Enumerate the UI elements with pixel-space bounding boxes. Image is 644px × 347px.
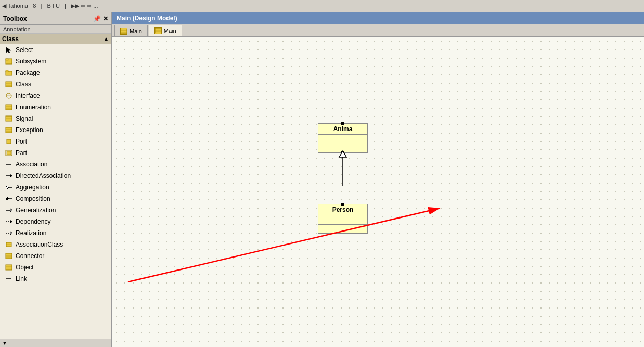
- toolbox-item-link[interactable]: Link: [0, 273, 111, 285]
- toolbox-item-label: Enumeration: [16, 104, 51, 111]
- svg-marker-29: [10, 209, 12, 212]
- toolbox-item-label: Select: [16, 46, 33, 54]
- toolbox-title: Toolbox: [3, 15, 27, 22]
- toolbox-item-label: Link: [16, 275, 27, 282]
- svg-marker-23: [10, 174, 12, 177]
- svg-rect-4: [6, 70, 8, 72]
- svg-marker-31: [10, 220, 12, 223]
- svg-rect-5: [6, 82, 12, 87]
- svg-marker-25: [6, 186, 9, 189]
- toolbox-item-association-class[interactable]: AssociationClass: [0, 239, 111, 250]
- toolbox-item-directed-association[interactable]: DirectedAssociation: [0, 170, 111, 182]
- toolbox-item-port[interactable]: Port: [0, 136, 111, 147]
- toolbox-item-subsystem[interactable]: Subsystem: [0, 56, 111, 67]
- enumeration-icon: [4, 103, 14, 111]
- handle-top: [341, 203, 344, 206]
- toolbox-item-signal[interactable]: Signal: [0, 113, 111, 124]
- svg-rect-2: [6, 59, 8, 60]
- svg-marker-27: [6, 197, 9, 200]
- toolbox-item-label: Association: [16, 161, 47, 168]
- toolbox-item-label: Connector: [16, 252, 44, 260]
- scroll-down-arrow: ▼: [2, 340, 7, 346]
- svg-line-50: [128, 208, 440, 282]
- toolbox-item-realization[interactable]: Realization: [0, 227, 111, 239]
- class-attrs-person: [318, 215, 367, 225]
- pin-icon[interactable]: 📌: [93, 15, 101, 22]
- object-icon: [4, 263, 14, 272]
- toolbar-content: ◀ Tahoma 8 | B I U | ▶▶ ⇦ ⇨ ...: [2, 3, 98, 9]
- class-methods-person: [318, 225, 367, 233]
- subsystem-icon: [4, 57, 14, 66]
- tab-main-2[interactable]: Main: [149, 25, 182, 36]
- uml-class-anima[interactable]: Anima: [318, 123, 368, 153]
- toolbox-panel: Toolbox 📌 ✕ Annotation Class ▲ Select: [0, 12, 112, 347]
- toolbox-item-label: Package: [16, 69, 40, 76]
- tab-label-2: Main: [164, 28, 176, 34]
- generalization-icon: [4, 206, 14, 214]
- toolbox-item-label: Interface: [16, 92, 40, 99]
- tab-icon-2: [154, 27, 162, 34]
- toolbox-header: Toolbox 📌 ✕: [0, 12, 111, 25]
- exception-icon: [4, 126, 14, 134]
- toolbox-scrollbar[interactable]: ▼: [0, 339, 111, 347]
- toolbox-item-package[interactable]: Package: [0, 67, 111, 79]
- toolbox-item-enumeration[interactable]: Enumeration: [0, 101, 111, 113]
- content-title: Main (Design Model): [117, 15, 177, 22]
- toolbox-item-label: Exception: [16, 126, 43, 134]
- toolbox-item-class[interactable]: Class: [0, 79, 111, 90]
- svg-marker-0: [6, 47, 11, 53]
- handle-bottom: [341, 151, 344, 154]
- toolbox-section-annotation: Annotation: [0, 25, 111, 34]
- toolbox-item-select[interactable]: Select: [0, 44, 111, 56]
- toolbox-item-aggregation[interactable]: Aggregation: [0, 182, 111, 193]
- part-icon: [4, 149, 14, 157]
- toolbox-category-class[interactable]: Class ▲: [0, 34, 111, 44]
- class-icon: [4, 80, 14, 88]
- cursor-icon: [4, 46, 14, 54]
- toolbox-item-dependency[interactable]: Dependency: [0, 216, 111, 227]
- content-area: Main (Design Model) Main Main: [112, 12, 644, 347]
- realization-icon: [4, 229, 14, 237]
- diagram-canvas[interactable]: Anima Person: [112, 37, 644, 347]
- toolbox-item-composition[interactable]: Composition: [0, 193, 111, 204]
- svg-marker-33: [10, 232, 12, 235]
- close-icon[interactable]: ✕: [103, 15, 108, 22]
- port-icon: [4, 137, 14, 146]
- uml-class-person[interactable]: Person: [318, 204, 368, 234]
- toolbox-item-part[interactable]: Part: [0, 147, 111, 159]
- link-icon: [4, 275, 14, 283]
- signal-icon: [4, 114, 14, 123]
- toolbox-item-exception[interactable]: Exception: [0, 124, 111, 136]
- toolbox-item-label: Dependency: [16, 218, 50, 225]
- composition-icon: [4, 195, 14, 203]
- connector-icon: [4, 252, 14, 260]
- category-scroll-icon: ▲: [103, 35, 109, 43]
- content-titlebar: Main (Design Model): [112, 12, 644, 24]
- class-attrs-anima: [318, 135, 367, 144]
- aggregation-icon: [4, 183, 14, 191]
- toolbox-item-label: Composition: [16, 195, 50, 202]
- svg-rect-10: [6, 105, 12, 110]
- svg-rect-36: [6, 253, 12, 259]
- toolbox-item-label: Signal: [16, 115, 33, 122]
- toolbox-item-label: Class: [16, 81, 31, 88]
- tab-main-1[interactable]: Main: [114, 25, 148, 36]
- toolbar: ◀ Tahoma 8 | B I U | ▶▶ ⇦ ⇨ ...: [0, 0, 644, 12]
- toolbox-item-label: Realization: [16, 229, 46, 237]
- svg-rect-15: [6, 127, 12, 133]
- association-icon: [4, 160, 14, 169]
- toolbox-item-association[interactable]: Association: [0, 159, 111, 170]
- toolbox-item-generalization[interactable]: Generalization: [0, 204, 111, 216]
- svg-rect-13: [6, 116, 12, 121]
- tab-icon-1: [120, 28, 127, 35]
- toolbox-item-label: Subsystem: [16, 58, 46, 65]
- toolbox-item-label: DirectedAssociation: [16, 172, 71, 179]
- toolbox-item-connector[interactable]: Connector: [0, 250, 111, 262]
- class-name-person: Person: [318, 204, 367, 215]
- toolbox-item-object[interactable]: Object: [0, 262, 111, 273]
- svg-rect-42: [121, 29, 127, 34]
- toolbox-item-interface[interactable]: Interface: [0, 90, 111, 101]
- toolbox-item-label: AssociationClass: [16, 241, 63, 248]
- toolbox-item-label: Object: [16, 264, 34, 271]
- tab-label-1: Main: [130, 28, 142, 34]
